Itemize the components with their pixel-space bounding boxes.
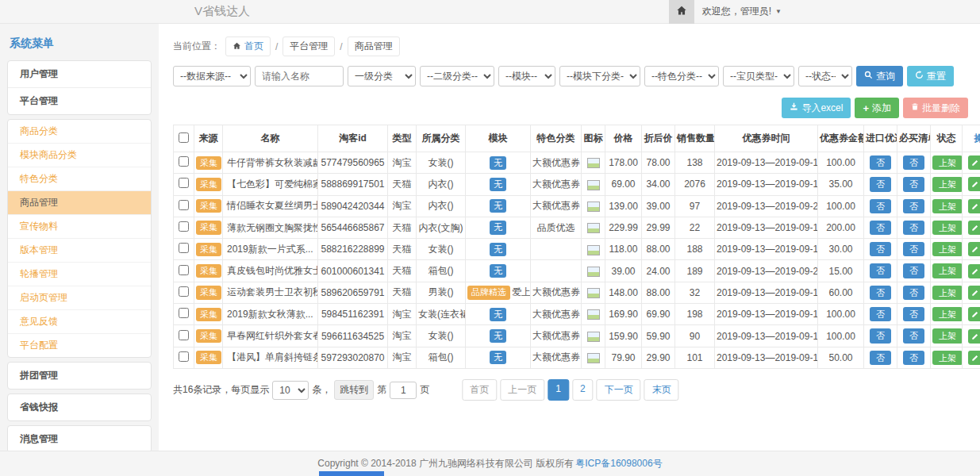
row-checkbox[interactable] [179,265,189,275]
import-preferred-toggle[interactable]: 否 [870,199,891,213]
row-checkbox[interactable] [179,330,189,340]
status-button[interactable]: 上架 [932,328,963,343]
status-button[interactable]: 上架 [932,155,963,170]
batch-delete-button[interactable]: 批量删除 [903,98,968,118]
user-menu[interactable]: 欢迎您，管理员! ▼ [694,5,790,18]
source-cell: 采集 [194,217,223,238]
must-buy-toggle[interactable]: 否 [903,199,924,213]
import-preferred-toggle[interactable]: 否 [870,177,891,191]
must-buy-toggle[interactable]: 否 [903,307,924,321]
icp-link[interactable]: 粤ICP备16098006号 [575,457,662,470]
status-button[interactable]: 上架 [932,242,963,256]
import-preferred-toggle[interactable]: 否 [870,242,891,256]
edit-button[interactable] [968,242,980,256]
reset-button[interactable]: 重置 [907,66,954,86]
page-button[interactable]: 首页 [462,379,497,401]
sidebar-item[interactable]: 拼团管理 [8,363,151,389]
status-select[interactable]: --状态-- [798,66,852,86]
must-buy-toggle[interactable]: 否 [903,351,924,365]
category1-select[interactable]: 一级分类 [348,66,416,86]
breadcrumb-item-product[interactable]: 商品管理 [348,36,400,56]
sidebar-subitem[interactable]: 模块商品分类 [8,143,151,167]
status-button[interactable]: 上架 [932,263,963,278]
edit-button[interactable] [968,221,980,235]
status-button[interactable]: 上架 [932,177,963,191]
status-button[interactable]: 上架 [932,307,963,321]
table-row: 采集【港风】单肩斜挎链条...597293020870淘宝箱包()无大额优惠券7… [174,347,980,368]
status-button[interactable]: 上架 [932,351,963,365]
row-checkbox[interactable] [179,178,189,188]
import-preferred-toggle[interactable]: 否 [870,155,891,170]
sidebar-item[interactable]: 平台管理 [8,87,151,114]
must-buy-toggle[interactable]: 否 [903,286,924,300]
item-type-select[interactable]: --宝贝类型-- [723,66,794,86]
row-checkbox[interactable] [179,286,189,297]
edit-button[interactable] [968,329,980,344]
row-checkbox[interactable] [179,200,189,210]
data-source-select[interactable]: --数据来源-- [173,66,251,86]
import-excel-button[interactable]: 导入excel [782,98,851,118]
page-button[interactable]: 下一页 [597,379,641,401]
name-search-input[interactable] [255,66,344,86]
jump-button[interactable]: 跳转到 [334,380,374,400]
import-preferred-toggle[interactable]: 否 [870,307,891,321]
sidebar-subitem[interactable]: 宣传物料 [8,214,151,238]
edit-button[interactable] [968,351,980,365]
edit-button[interactable] [968,286,980,300]
status-button[interactable]: 上架 [932,221,963,235]
row-checkbox[interactable] [179,351,189,362]
category2-select[interactable]: --二级分类-- [420,66,494,86]
edit-button[interactable] [968,307,980,321]
sidebar-subitem[interactable]: 商品管理 [8,190,151,214]
module-select[interactable]: --模块-- [498,66,555,86]
sidebar-subitem[interactable]: 平台配置 [8,333,151,357]
status-button[interactable]: 上架 [932,199,963,213]
search-button[interactable]: 查询 [856,66,903,86]
page-button[interactable]: 末页 [644,379,679,401]
edit-button[interactable] [968,264,980,278]
row-checkbox[interactable] [179,308,189,318]
home-button[interactable] [669,0,694,24]
sidebar-subitem[interactable]: 轮播管理 [8,262,151,286]
row-checkbox[interactable] [179,243,189,253]
status-button[interactable]: 上架 [932,286,963,300]
import-preferred-toggle[interactable]: 否 [870,263,891,278]
breadcrumb-item-platform[interactable]: 平台管理 [282,36,335,56]
edit-button[interactable] [968,199,980,213]
import-preferred-toggle[interactable]: 否 [870,286,891,300]
must-buy-toggle[interactable]: 否 [903,155,924,170]
must-buy-toggle[interactable]: 否 [903,263,924,278]
import-preferred-toggle[interactable]: 否 [870,328,891,343]
must-buy-toggle[interactable]: 否 [903,177,924,191]
sidebar-item[interactable]: 用户管理 [8,61,151,87]
sidebar-item[interactable]: 消息管理 [8,426,151,451]
sidebar-subitem[interactable]: 版本管理 [8,238,151,262]
page-number-input[interactable] [390,382,417,399]
must-buy-toggle[interactable]: 否 [903,242,924,256]
select-all-checkbox[interactable] [179,132,189,143]
module-subcategory-select[interactable]: --模块下分类-- [559,66,640,86]
import-preferred-toggle[interactable]: 否 [870,221,891,235]
per-page-select[interactable]: 10 [272,381,309,400]
add-button[interactable]: + 添加 [855,98,899,118]
sidebar-subitem[interactable]: 意见反馈 [8,309,151,333]
page-button[interactable]: 1 [548,379,569,401]
import-preferred-toggle[interactable]: 否 [870,351,891,365]
sidebar-subitem[interactable]: 特色分类 [8,167,151,190]
page-button[interactable]: 上一页 [500,379,544,401]
page-button[interactable]: 2 [572,379,594,401]
discount-price: 69.90 [642,304,675,325]
pagination-info: 共16条记录，每页显示 10 条， 跳转到 第 页 [173,380,429,400]
row-checkbox[interactable] [179,156,189,167]
sidebar-subitem[interactable]: 启动页管理 [8,286,151,309]
edit-button[interactable] [968,155,980,170]
breadcrumb-home[interactable]: 首页 [225,36,271,56]
edit-button[interactable] [968,177,980,191]
sidebar-item[interactable]: 省钱快报 [8,394,151,420]
must-buy-toggle[interactable]: 否 [903,221,924,235]
must-buy-toggle[interactable]: 否 [903,328,924,343]
product-category: 箱包() [417,260,466,282]
sidebar-subitem[interactable]: 商品分类 [8,120,151,143]
row-checkbox[interactable] [179,221,189,232]
feature-category-select[interactable]: --特色分类-- [644,66,719,86]
